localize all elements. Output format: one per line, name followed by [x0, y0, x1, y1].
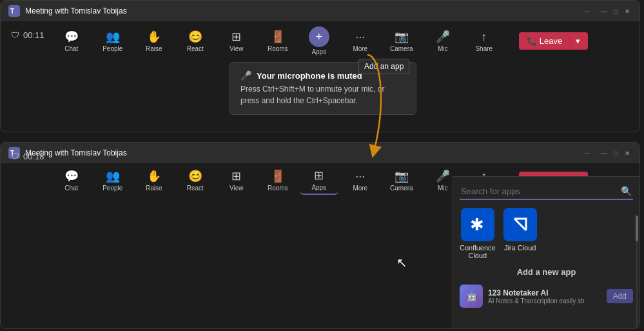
window1: T Meeting with Tomislav Tobijas ··· — □ …: [0, 0, 640, 132]
window2: T Meeting with Tomislav Tobijas ··· — □ …: [0, 142, 640, 329]
maximize-button-1[interactable]: □: [611, 6, 620, 15]
rooms-button-2[interactable]: 🚪 Rooms: [259, 166, 297, 194]
titlebar-title-1: Meeting with Tomislav Tobijas: [25, 6, 127, 15]
chat-button-2[interactable]: 💬 Chat: [52, 166, 91, 194]
app-grid: ✱ ConfluenceCloud Jira Cloud: [460, 208, 633, 259]
timer-value-1: 00:11: [23, 30, 44, 40]
minimize-button-2[interactable]: —: [600, 148, 609, 157]
view-icon-2: ⊞: [231, 169, 241, 183]
more-icon-1: ···: [355, 30, 365, 44]
view-icon-1: ⊞: [231, 30, 241, 44]
raise-button-1[interactable]: ✋ Raise: [135, 27, 173, 55]
shield-icon: 🛡: [11, 30, 19, 40]
tooltip-body: Press Ctrl+Shift+M to unmute your mic, o…: [240, 83, 405, 106]
add-app-label: Add an app: [358, 59, 409, 74]
notetaker-row: 🤖 123 Notetaker AI AI Notes & Transcript…: [460, 282, 633, 310]
react-button-2[interactable]: 😊 React: [176, 166, 215, 194]
timer-1: 🛡 00:11: [11, 30, 44, 40]
react-label-1: React: [187, 45, 204, 52]
apps-label-1: Apps: [311, 48, 326, 55]
search-icon: 🔍: [621, 186, 632, 196]
people-icon-2: 👥: [106, 169, 120, 183]
rooms-button-1[interactable]: 🚪 Rooms: [259, 27, 297, 55]
raise-button-2[interactable]: ✋ Raise: [135, 166, 173, 194]
share-button-1[interactable]: ↑ Share: [465, 28, 503, 55]
mic-icon-2: 🎤: [436, 169, 450, 183]
raise-label-1: Raise: [146, 45, 162, 52]
add-notetaker-button[interactable]: Add: [607, 289, 633, 303]
chat-label-1: Chat: [64, 45, 78, 52]
leave-chevron-1[interactable]: ▾: [570, 36, 580, 46]
phone-icon-1: 📞: [527, 36, 537, 46]
more-button-1[interactable]: ··· More: [341, 28, 380, 55]
view-label-1: View: [229, 45, 244, 52]
confluence-label: ConfluenceCloud: [460, 244, 496, 259]
raise-icon-2: ✋: [147, 169, 161, 183]
mic-button-1[interactable]: 🎤 Mic: [424, 27, 462, 55]
view-button-2[interactable]: ⊞ View: [217, 166, 256, 194]
scrollbar[interactable]: [636, 216, 638, 329]
jira-icon: [503, 208, 537, 241]
camera-label-2: Camera: [390, 185, 413, 192]
camera-label-1: Camera: [390, 45, 413, 52]
chat-label-2: Chat: [64, 185, 78, 192]
jira-app-item[interactable]: Jira Cloud: [503, 208, 537, 259]
apps-button-1[interactable]: + Apps: [300, 24, 338, 58]
view-label-2: View: [229, 185, 244, 192]
more-label-1: More: [353, 45, 367, 52]
scrollbar-thumb: [636, 216, 638, 241]
svg-text:✱: ✱: [470, 215, 484, 234]
chat-icon-1: 💬: [64, 30, 79, 44]
notetaker-info: 123 Notetaker AI AI Notes & Transcriptio…: [488, 288, 601, 305]
people-icon-1: 👥: [106, 30, 120, 44]
titlebar-left-1: T Meeting with Tomislav Tobijas: [8, 5, 127, 17]
close-button-1[interactable]: ✕: [623, 6, 632, 15]
camera-button-2[interactable]: 📷 Camera: [382, 166, 421, 194]
mic-icon-1: 🎤: [436, 30, 450, 44]
raise-icon-1: ✋: [147, 30, 161, 44]
confluence-app-item[interactable]: ✱ ConfluenceCloud: [460, 208, 496, 259]
camera-icon-2: 📷: [395, 169, 409, 183]
share-label-1: Share: [475, 45, 493, 52]
people-button-1[interactable]: 👥 People: [93, 27, 132, 55]
timer-value-2: 00:18: [23, 152, 44, 161]
view-button-1[interactable]: ⊞ View: [217, 27, 256, 55]
maximize-button-2[interactable]: □: [611, 148, 620, 157]
people-button-2[interactable]: 👥 People: [93, 166, 132, 194]
search-input[interactable]: [461, 186, 617, 196]
title-dots-icon[interactable]: ···: [583, 6, 592, 15]
people-label-2: People: [102, 185, 122, 192]
close-button-2[interactable]: ✕: [623, 148, 632, 157]
mic-muted-icon: 🎤: [240, 70, 251, 81]
minimize-button-1[interactable]: —: [600, 6, 609, 15]
raise-label-2: Raise: [146, 185, 162, 192]
camera-button-1[interactable]: 📷 Camera: [382, 27, 421, 55]
mic-label-1: Mic: [438, 45, 448, 52]
titlebar-controls-1: ··· — □ ✕: [583, 6, 632, 15]
add-new-app-title: Add a new app: [460, 267, 633, 277]
react-button-1[interactable]: 😊 React: [176, 27, 215, 55]
mic-label-2: Mic: [438, 185, 448, 192]
title-dots-2-icon[interactable]: ···: [583, 148, 592, 157]
rooms-label-2: Rooms: [268, 185, 288, 192]
notetaker-desc: AI Notes & Transcription easily sh: [488, 297, 601, 305]
jira-label: Jira Cloud: [504, 244, 536, 252]
rooms-icon-1: 🚪: [271, 30, 285, 44]
chat-icon-2: 💬: [64, 169, 79, 183]
react-icon-1: 😊: [188, 30, 202, 44]
more-icon-2: ···: [355, 170, 365, 183]
notetaker-icon: 🤖: [460, 285, 483, 308]
leave-button-group-1[interactable]: 📞 Leave ▾: [511, 32, 588, 50]
apps-icon-2: ⊞: [314, 168, 324, 183]
apps-button-2[interactable]: ⊞ Apps: [300, 166, 338, 195]
toolbar-1: 💬 Chat 👥 People ✋ Raise 😊 React ⊞ View 🚪…: [1, 21, 639, 61]
share-icon-1: ↑: [481, 30, 487, 44]
teams-logo-icon: T: [8, 5, 20, 17]
more-button-2[interactable]: ··· More: [341, 167, 380, 194]
chat-button-1[interactable]: 💬 Chat: [52, 27, 91, 55]
leave-button-1[interactable]: 📞 Leave ▾: [519, 32, 588, 50]
apps-panel: 🔍 ✱ ConfluenceCloud: [453, 176, 639, 329]
leave-label-1: Leave: [540, 36, 562, 46]
camera-icon-1: 📷: [395, 30, 409, 44]
titlebar-controls-2: ··· — □ ✕: [583, 148, 632, 157]
